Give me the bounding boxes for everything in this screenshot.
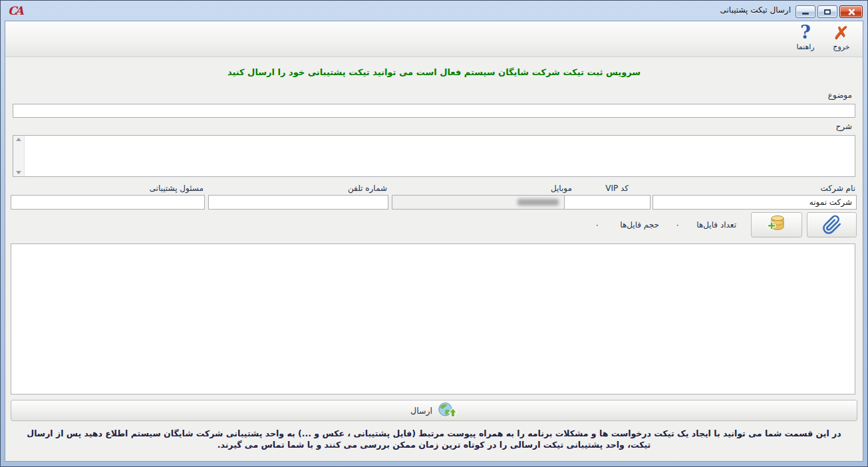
- footer-help-text: در این قسمت شما می توانید با ایجاد یک تی…: [15, 428, 853, 450]
- description-scrollbar[interactable]: [13, 136, 25, 176]
- file-size-value: ۰: [595, 220, 599, 230]
- mobile-label: موبایل: [551, 184, 572, 193]
- description-input[interactable]: [25, 136, 855, 176]
- phone-number-label: شماره تلفن: [348, 184, 387, 193]
- attach-file-button[interactable]: [807, 212, 857, 237]
- database-plus-icon: [766, 214, 788, 236]
- mobile-field: [392, 195, 565, 210]
- service-status-message: سرویس ثبت تیکت شرکت شایگان سیستم فعال اس…: [5, 67, 863, 77]
- help-button[interactable]: ? راهنما: [788, 23, 823, 55]
- support-manager-label: مسئول پشتیبانی: [150, 184, 204, 193]
- window-content: ✗ خروج ? راهنما سرویس ثبت تیکت شرکت شایگ…: [5, 21, 863, 462]
- minimize-button[interactable]: [796, 5, 815, 18]
- app-logo-icon: CA: [8, 4, 22, 17]
- send-button[interactable]: ارسال: [11, 400, 857, 421]
- attached-files-list[interactable]: [11, 243, 855, 394]
- scroll-down-icon[interactable]: [16, 171, 21, 174]
- maximize-button[interactable]: [817, 5, 837, 18]
- maximize-icon: [824, 9, 831, 15]
- paperclip-icon: [821, 215, 843, 235]
- description-label: شرح: [836, 122, 852, 131]
- titlebar: CA ارسال تیکت پشتیبانی: [0, 0, 868, 21]
- company-name-input[interactable]: [652, 195, 857, 210]
- support-manager-input[interactable]: [11, 195, 205, 210]
- phone-number-input[interactable]: [208, 195, 388, 210]
- caption-buttons: [796, 5, 863, 18]
- exit-button-label: خروج: [833, 43, 849, 51]
- send-button-label: ارسال: [410, 406, 432, 416]
- file-count-value: ۰: [676, 220, 680, 230]
- toolbar: ✗ خروج ? راهنما: [5, 21, 863, 57]
- mobile-masked-value: [517, 199, 559, 206]
- close-button[interactable]: [839, 5, 863, 18]
- add-attachment-button[interactable]: [751, 212, 802, 237]
- send-globe-icon: [438, 401, 458, 420]
- subject-label: موضوع: [828, 90, 852, 100]
- vip-code-label: کد VIP: [605, 184, 629, 193]
- company-name-label: نام شرکت: [821, 184, 855, 193]
- subject-input[interactable]: [13, 104, 855, 118]
- description-box: [13, 135, 855, 177]
- exit-button[interactable]: ✗ خروج: [824, 23, 859, 55]
- close-icon: [847, 8, 855, 16]
- help-button-label: راهنما: [796, 43, 814, 51]
- minimize-icon: [802, 13, 809, 15]
- file-size-label: حجم فایل‌ها: [620, 220, 659, 230]
- help-icon: ?: [800, 23, 811, 42]
- scroll-up-icon[interactable]: [16, 138, 21, 141]
- window-title: ارسال تیکت پشتیبانی: [720, 5, 791, 15]
- exit-icon: ✗: [833, 23, 849, 42]
- file-count-label: تعداد فایل‌ها: [696, 220, 736, 230]
- support-ticket-window: CA ارسال تیکت پشتیبانی ✗ خروج ? راهنما: [0, 0, 868, 467]
